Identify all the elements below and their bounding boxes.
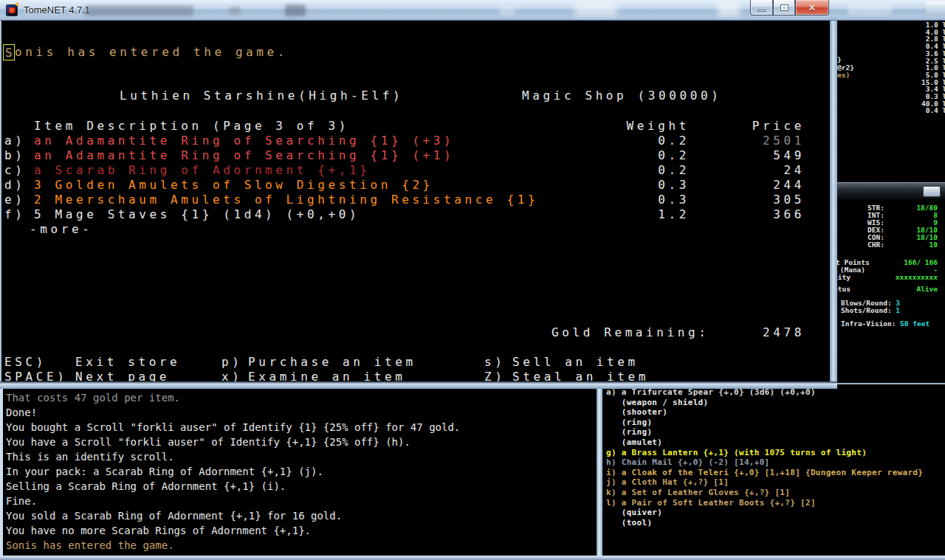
more-indicator: -more- (30, 222, 92, 236)
equipment-weight-list: 1.0 lb4.0 lb2.8 lb0.4 lb3.6 lb2.5 lb1.0 … (833, 21, 945, 182)
titlebar-glass-blob (285, 4, 306, 16)
window-divider[interactable] (597, 383, 602, 560)
shop-item-weight: 0.2 (592, 148, 690, 162)
combat-stat: Shots/Round: 1 (841, 307, 900, 314)
shop-item-name: 5 Mage Staves {1} (1d4) (+0,+0) (34, 207, 360, 221)
equipment-fragment: } (837, 56, 842, 63)
command-label: Steal an item (512, 370, 649, 381)
inventory-line: g) a Brass Lantern {+,1} (with 1075 turn… (606, 448, 867, 457)
main-titlebar[interactable]: TomeNET 4.7.1 ✕ (0, 0, 837, 21)
shop-item-price: 24 (703, 163, 805, 177)
background-window-equipment: 1.0 lb4.0 lb2.8 lb0.4 lb3.6 lb2.5 lb1.0 … (833, 0, 945, 182)
background-window-titlebar[interactable] (833, 0, 945, 21)
shop-name: Magic Shop (300000) (522, 89, 721, 103)
gold-remaining-value: 2478 (703, 325, 805, 339)
tomenet-app-icon (6, 4, 18, 16)
inventory-line: (shooter) (606, 407, 667, 417)
inventory-line: (ring) (606, 427, 652, 437)
shop-item-letter: e) (4, 193, 25, 207)
shop-item-name: an Adamantite Ring of Searching {1} (+3) (34, 134, 454, 148)
list-title: Item Description (Page 3 of 3) (34, 119, 349, 133)
hit-points-value: 166/ 166 (877, 259, 938, 266)
infra-vision: Infra-Vision: 50 feet (841, 320, 929, 328)
command-label: Next page (75, 370, 170, 381)
combat-stat-value: 1 (896, 306, 900, 314)
shop-item-weight: 0.3 (592, 178, 690, 192)
close-icon: ✕ (808, 2, 817, 13)
inventory-line: i) a Cloak of the Teleri {+,0} [1,+18] {… (606, 468, 923, 477)
message-line: Selling a Scarab Ring of Adornment {+,1}… (6, 480, 286, 493)
command-key: x) (221, 370, 242, 381)
shop-item-weight: 1.2 (592, 207, 690, 221)
infra-vision-value: 50 feet (900, 319, 929, 328)
inventory-line: j) a Cloth Hat {+,?} [1] (606, 477, 729, 487)
shop-item-weight: 0.3 (592, 193, 690, 207)
message-line: You sold a Scarab Ring of Adornment {+,1… (6, 509, 342, 522)
message-line: You have no more Scarab Rings of Adornme… (6, 524, 311, 537)
inventory-line: (weapon / shield) (606, 398, 708, 407)
window-title: TomeNET 4.7.1 (24, 4, 90, 15)
message-line: In your pack: a Scarab Ring of Adornment… (6, 465, 323, 478)
main-window-right-border[interactable] (830, 21, 837, 389)
command-label: Exit store (75, 355, 180, 369)
inventory-window: a) a Trifurcate Spear {+,0} (3d6) (+0,+0… (602, 383, 945, 557)
message-line: You have a Scroll "forkli auser" of Iden… (6, 435, 410, 449)
command-label: Purchase an item (248, 355, 416, 369)
message-line: That costs 47 gold per item. (6, 391, 180, 404)
command-label: Sell an item (512, 355, 639, 369)
shop-item-price: 2501 (703, 134, 805, 148)
minimize-button[interactable] (750, 0, 773, 15)
background-window2-titlebar[interactable] (833, 182, 945, 200)
stat-value: 18/80 (890, 204, 938, 212)
inventory-line: (amulet) (606, 438, 662, 447)
shop-item-name: 3 Golden Amulets of Slow Digestion {2} (34, 178, 433, 192)
equipment-fragment: @r2} (837, 64, 854, 72)
window-controls: ✕ (750, 0, 829, 17)
gold-remaining-label: Gold Remaining: (551, 325, 709, 339)
command-key: SPACE) (4, 370, 67, 381)
text-cursor: S (3, 44, 15, 61)
command-key: s) (484, 355, 505, 369)
inventory-line: (quiver) (606, 508, 662, 517)
command-label: Examine an item (248, 370, 406, 381)
desktop: 1.0 lb4.0 lb2.8 lb0.4 lb3.6 lb2.5 lb1.0 … (0, 0, 945, 560)
command-key: ESC) (4, 355, 47, 369)
shop-item-weight: 0.2 (592, 134, 690, 148)
shop-owner-name: Luthien Starshine(High-Elf) (120, 89, 403, 103)
shop-item-name: a Scarab Ring of Adornment {+,1} (34, 163, 370, 177)
shop-item-letter: c) (4, 163, 25, 177)
shop-item-price: 366 (703, 207, 805, 221)
inventory-line: l) a Pair of Soft Leather Boots {+,?} [2… (606, 498, 816, 508)
maximize-button[interactable] (773, 0, 795, 15)
inventory-line: k) a Set of Leather Gloves {+,?} [1] (606, 488, 790, 497)
background-window2-button[interactable] (923, 186, 941, 197)
shop-item-name: an Adamantite Ring of Searching {1} (+1) (34, 148, 454, 162)
shop-item-letter: f) (4, 207, 25, 221)
message-line: Fine. (6, 494, 37, 508)
shop-item-price: 244 (703, 178, 805, 192)
titlebar-glass-blob (499, 6, 515, 15)
inventory-line: (tool) (606, 518, 652, 528)
close-button[interactable]: ✕ (795, 0, 829, 15)
shop-item-letter: d) (4, 178, 25, 192)
inventory-line: h) Chain Mail {+,0} (-2) [14,+0] (606, 457, 770, 467)
stat-label: CHR: (867, 241, 884, 249)
message-line: This is an identify scroll. (6, 450, 174, 463)
shop-item-price: 305 (703, 193, 805, 207)
command-key: Z) (484, 370, 505, 381)
shop-item-name: 2 Meerschaum Amulets of Lightning Resist… (34, 193, 538, 207)
equipment-fragment: es) (837, 72, 850, 79)
background-window-button[interactable] (926, 1, 945, 15)
shop-item-weight: 0.2 (592, 163, 690, 177)
titlebar-glass-blob (229, 7, 241, 15)
main-window-bottom-border[interactable] (0, 381, 837, 389)
shop-item-price: 549 (703, 148, 805, 162)
message-line: Sonis has entered the game. (6, 539, 174, 552)
minimize-icon (757, 10, 766, 12)
server-message: onis has entered the game. (15, 45, 288, 59)
shop-item-letter: a) (4, 134, 25, 148)
inventory-line: (ring) (606, 418, 652, 427)
stat-value: 10 (890, 241, 938, 249)
price-column-header: Price (703, 119, 805, 133)
game-client-area: S onis has entered the game. Luthien Sta… (0, 21, 831, 381)
